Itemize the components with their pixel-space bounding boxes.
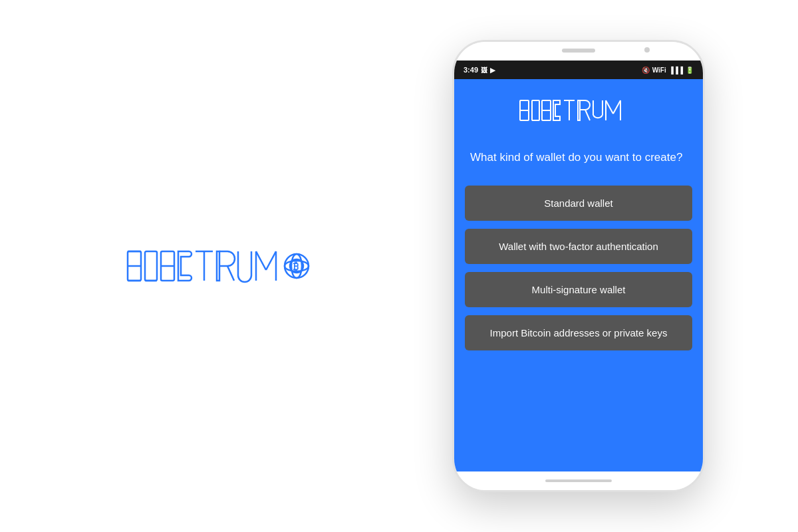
status-right: 🔇 WiFi ▐▐▐ 🔋: [642, 66, 694, 74]
battery-icon: 🔋: [686, 66, 694, 74]
wifi-icon: WiFi: [652, 66, 666, 74]
svg-line-15: [256, 251, 266, 270]
phone-screen: What kind of wallet do you want to creat…: [454, 79, 703, 471]
mute-icon: 🔇: [642, 66, 650, 74]
import-wallet-button[interactable]: Import Bitcoin addresses or private keys: [465, 315, 692, 350]
arrow-icon: ▶: [490, 66, 495, 74]
app-logo-svg: [519, 98, 638, 123]
svg-line-32: [585, 110, 590, 120]
wallet-question: What kind of wallet do you want to creat…: [454, 136, 703, 186]
svg-line-37: [613, 100, 620, 114]
app-header: [454, 79, 703, 136]
phone-bottom: [454, 471, 703, 490]
two-factor-wallet-button[interactable]: Wallet with two-factor authentication: [465, 229, 692, 264]
status-time: 3:49: [464, 66, 478, 74]
desktop-logo: ₿: [126, 246, 313, 286]
svg-rect-10: [217, 251, 219, 281]
photo-icon: 🖼: [481, 66, 487, 74]
standard-wallet-button[interactable]: Standard wallet: [465, 186, 692, 221]
svg-line-16: [266, 251, 276, 270]
svg-line-36: [606, 100, 613, 114]
svg-rect-31: [578, 100, 580, 120]
electrum-logo-svg: ₿: [126, 246, 313, 286]
status-left: 3:49 🖼 ▶: [464, 66, 495, 74]
wallet-options-list: Standard wallet Wallet with two-factor a…: [454, 186, 703, 350]
phone-camera: [644, 47, 650, 53]
phone-top: [454, 42, 703, 61]
page-container: ₿ 3:49 🖼 ▶ 🔇 WiFi ▐▐: [0, 0, 798, 532]
phone-mockup: 3:49 🖼 ▶ 🔇 WiFi ▐▐▐ 🔋: [452, 40, 705, 492]
svg-text:₿: ₿: [293, 261, 299, 272]
right-section: 3:49 🖼 ▶ 🔇 WiFi ▐▐▐ 🔋: [399, 40, 758, 492]
multisig-wallet-button[interactable]: Multi-signature wallet: [465, 272, 692, 307]
status-bar: 3:49 🖼 ▶ 🔇 WiFi ▐▐▐ 🔋: [454, 61, 703, 79]
left-section: ₿: [40, 246, 399, 286]
phone-speaker: [562, 49, 595, 53]
svg-rect-25: [532, 100, 539, 120]
signal-icon: ▐▐▐: [669, 66, 683, 74]
home-indicator: [545, 479, 612, 482]
svg-rect-4: [145, 251, 157, 281]
svg-line-11: [227, 266, 234, 281]
